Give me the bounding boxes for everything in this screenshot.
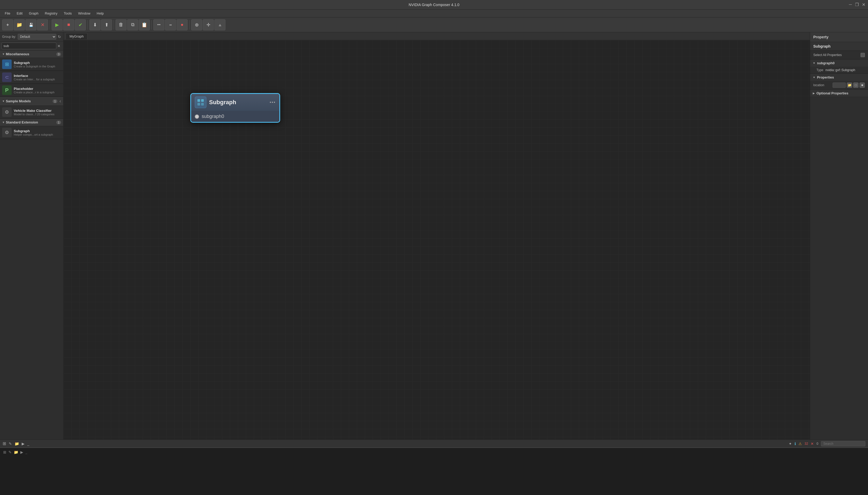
select-all-checkbox[interactable] bbox=[861, 53, 865, 57]
list-item-vehicle[interactable]: ⚙ Vehicle Make Classifier Model to class… bbox=[0, 106, 63, 119]
console-btn-2[interactable]: ✎ bbox=[8, 450, 12, 454]
stop-button[interactable]: ■ bbox=[63, 19, 74, 30]
toolbar-sep-4 bbox=[152, 20, 152, 30]
prop-row-location: location 📁 □ ■ bbox=[810, 81, 868, 89]
list-item-placeholder[interactable]: P Placeholder Create a place...r in a su… bbox=[0, 84, 63, 97]
menu-edit[interactable]: Edit bbox=[14, 10, 25, 16]
graph-node-subgraph[interactable]: Subgraph ••• subgraph0 bbox=[190, 93, 280, 123]
prop-location-folder-btn[interactable]: 📁 bbox=[847, 83, 852, 88]
crosshair-button[interactable]: ✛ bbox=[203, 19, 214, 30]
statusbar: ⊞ ✎ 📁 ▶ _ ✦ ℹ ⚠ 32 ✕ 0 bbox=[0, 440, 868, 447]
prop-location-btn1[interactable]: □ bbox=[853, 83, 858, 88]
console-area: ⊞ ✎ 📁 ▶ _ bbox=[0, 447, 868, 495]
interface-icon: ⊂ bbox=[2, 72, 12, 82]
play-button[interactable]: ▶ bbox=[52, 19, 63, 30]
node-label: subgraph0 bbox=[202, 114, 224, 119]
group-by-select[interactable]: Default bbox=[18, 34, 56, 40]
node-more-button[interactable]: ••• bbox=[270, 100, 276, 105]
menu-tools[interactable]: Tools bbox=[61, 10, 74, 16]
menu-graph[interactable]: Graph bbox=[26, 10, 41, 16]
console-toolbar: ⊞ ✎ 📁 ▶ _ bbox=[3, 450, 865, 454]
subgraph-misc-info: Subgraph Create a Subgraph in the Graph bbox=[14, 61, 61, 68]
category-count-std: 1 bbox=[56, 121, 61, 124]
prop-section-properties-header[interactable]: ▼ Properties bbox=[810, 74, 868, 81]
record-button[interactable]: ● bbox=[177, 19, 188, 30]
prop-location-input[interactable] bbox=[833, 83, 846, 88]
console-btn-1[interactable]: ⊞ bbox=[3, 450, 6, 454]
subgraph-misc-icon: ⊞ bbox=[2, 59, 12, 69]
titlebar-controls[interactable]: ─ ❐ ✕ bbox=[849, 2, 865, 7]
upload-button[interactable]: ⬆ bbox=[101, 19, 112, 30]
new-button[interactable]: + bbox=[2, 19, 13, 30]
list-item-subgraph-misc[interactable]: ⊞ Subgraph Create a Subgraph in the Grap… bbox=[0, 58, 63, 71]
open-button[interactable]: 📁 bbox=[14, 19, 25, 30]
prop-section-optional-header[interactable]: ▶ Optional Properties bbox=[810, 90, 868, 97]
category-miscellaneous[interactable]: ▼ Miscellaneous 3 bbox=[0, 51, 63, 58]
type-row: Type nvidia::gxf::Subgraph bbox=[810, 67, 868, 73]
copy-button[interactable]: ⧉ bbox=[127, 19, 138, 30]
list-item-std-subgraph[interactable]: ⚙ Subgraph Helper compo...ort a subgraph bbox=[0, 126, 63, 139]
close-file-button[interactable]: ✕ bbox=[37, 19, 48, 30]
canvas-background[interactable]: Subgraph ••• subgraph0 bbox=[64, 40, 810, 440]
std-subgraph-name: Subgraph bbox=[14, 129, 61, 133]
menu-registry[interactable]: Registry bbox=[42, 10, 60, 16]
canvas-area[interactable]: MyGraph Subgraph ••• bbox=[64, 32, 810, 440]
category-arrow-std: ▼ bbox=[2, 121, 5, 124]
console-btn-4[interactable]: ▶ bbox=[20, 450, 23, 454]
console-btn-3[interactable]: 📁 bbox=[14, 450, 18, 454]
prop-section-optional: ▶ Optional Properties bbox=[810, 90, 868, 97]
delete-button[interactable]: 🗑 bbox=[116, 19, 127, 30]
sidebar-collapse-handle[interactable]: ‹ bbox=[59, 98, 61, 104]
placeholder-desc: Create a place...r in a subgraph bbox=[14, 91, 61, 94]
status-edit-icon[interactable]: ✎ bbox=[9, 442, 12, 446]
category-sample-models[interactable]: ▼ Sample Models 1 ‹ bbox=[0, 97, 63, 106]
category-standard-ext[interactable]: ▼ Standard Extension 1 bbox=[0, 119, 63, 126]
refresh-button[interactable]: ↻ bbox=[58, 35, 61, 39]
maximize-button[interactable]: ❐ bbox=[855, 2, 859, 7]
status-error-icon: ✕ bbox=[811, 442, 814, 446]
category-label-sample: Sample Models bbox=[6, 99, 52, 103]
paste-button[interactable]: 📋 bbox=[139, 19, 150, 30]
select-all-properties-row: Select All Properties bbox=[810, 51, 868, 59]
minimize-button[interactable]: ─ bbox=[849, 2, 852, 7]
layout-button[interactable]: ⟁ bbox=[214, 19, 226, 30]
menu-window[interactable]: Window bbox=[76, 10, 93, 16]
subgraph-node-icon bbox=[197, 99, 204, 106]
approve-button[interactable]: ✔ bbox=[75, 19, 86, 30]
menu-help[interactable]: Help bbox=[94, 10, 107, 16]
canvas-tab-mygraph[interactable]: MyGraph bbox=[66, 33, 88, 39]
search-input[interactable] bbox=[2, 42, 56, 49]
prop-section-subgraph0-header[interactable]: ▼ subgraph0 bbox=[810, 59, 868, 67]
more-button[interactable]: ••• bbox=[153, 19, 164, 30]
prop-section-subgraph0-arrow: ▼ bbox=[813, 62, 815, 65]
close-button[interactable]: ✕ bbox=[862, 2, 865, 7]
svg-rect-2 bbox=[197, 103, 200, 105]
save-button[interactable]: 💾 bbox=[25, 19, 36, 30]
svg-rect-1 bbox=[201, 99, 204, 102]
download-button[interactable]: ⬇ bbox=[89, 19, 101, 30]
status-search-input[interactable] bbox=[821, 441, 865, 446]
status-folder-icon[interactable]: 📁 bbox=[15, 442, 19, 446]
placeholder-info: Placeholder Create a place...r in a subg… bbox=[14, 87, 61, 94]
category-arrow-sample: ▼ bbox=[2, 100, 5, 103]
status-star-icon: ✦ bbox=[789, 442, 792, 446]
prop-section-properties: ▼ Properties location 📁 □ ■ bbox=[810, 74, 868, 90]
category-count-sample: 1 bbox=[53, 99, 57, 103]
status-arrow-icon[interactable]: ▶ bbox=[22, 442, 24, 446]
node-title: Subgraph bbox=[209, 99, 236, 106]
status-warn-icon: ⚠ bbox=[798, 442, 802, 446]
search-clear-button[interactable]: ✕ bbox=[56, 44, 61, 48]
select-all-label: Select All Properties bbox=[813, 53, 842, 57]
list-item-interface[interactable]: ⊂ Interface Create an Inter... for a sub… bbox=[0, 71, 63, 84]
status-console-icon[interactable]: ⊞ bbox=[3, 441, 6, 446]
interface-desc: Create an Inter... for a subgraph bbox=[14, 78, 61, 81]
prop-location-btn2[interactable]: ■ bbox=[860, 83, 865, 88]
menu-file[interactable]: File bbox=[2, 10, 13, 16]
multi-button[interactable]: ▪▪ bbox=[165, 19, 176, 30]
prop-section-subgraph0: ▼ subgraph0 Type nvidia::gxf::Subgraph bbox=[810, 59, 868, 74]
subgraph-misc-name: Subgraph bbox=[14, 61, 61, 65]
target-button[interactable]: ⊕ bbox=[191, 19, 202, 30]
node-port[interactable] bbox=[195, 115, 199, 119]
category-label-std: Standard Extension bbox=[6, 120, 55, 124]
node-icon bbox=[195, 97, 207, 108]
